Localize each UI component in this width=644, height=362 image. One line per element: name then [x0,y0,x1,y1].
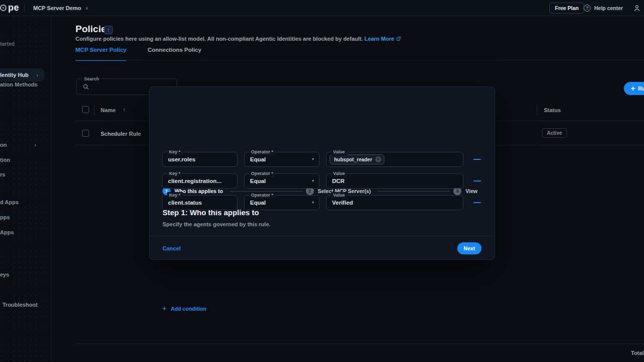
table-footer-border [75,343,644,344]
external-link-icon [396,36,401,42]
remove-condition-button[interactable] [473,195,481,210]
add-rule-button[interactable]: + Rule [624,82,644,95]
minus-icon [473,202,481,204]
key-field-label: Key * [167,149,183,155]
step-3-label: View [465,188,477,194]
project-name: MCP Server Demo [33,5,81,11]
operator-field-label: Operator * [249,192,275,199]
value-chip-label: hubspot_reader [334,157,372,162]
sidebar-item-7[interactable]: pps [0,214,10,220]
caret-down-icon: ▾ [312,178,314,183]
caret-down-icon: ▾ [312,157,314,161]
project-selector[interactable]: MCP Server Demo ∨ [33,0,89,16]
step-subheading: Specify the agents governed by this rule… [163,221,271,227]
sidebar-item-4[interactable]: tion [0,157,10,163]
header-divider [537,105,537,116]
value-field-value: Verified [327,196,463,210]
chevron-right-icon: › [34,142,36,148]
caret-down-icon: ▾ [312,200,314,205]
chevron-down-icon: ∨ [85,6,89,11]
sidebar-item-authentication-methods[interactable]: ation Methods [0,81,38,87]
operator-field-label: Operator * [249,170,275,177]
sidebar-item-label: lentity Hub [0,72,29,78]
row-name-cell[interactable]: Scheduler Rule [101,131,141,137]
tab-bar: MCP Server Policy Connections Policy [75,47,201,61]
value-field-label: Value [331,192,347,199]
sidebar-section-getting-started: tarted [0,41,15,47]
sort-asc-icon[interactable]: ↑ [123,107,126,113]
chip-close-icon[interactable]: × [375,156,381,162]
total-label: Total [631,350,643,356]
topbar: pe MCP Server Demo ∨ Free Plan ? Help ce… [0,0,644,16]
column-header-status: Status [544,107,561,113]
key-field-label: Key * [167,192,183,199]
value-field-value: DCR [327,174,463,188]
remove-condition-button[interactable] [473,173,481,189]
topbar-divider [24,4,25,12]
column-header-name[interactable]: Name [101,107,116,113]
key-field[interactable]: Key * client.registration... [162,173,237,189]
status-badge: Active [542,128,567,138]
search-icon [83,83,90,93]
sidebar-item-8[interactable]: Apps [0,229,14,235]
page-description: Configure policies here using an allow-l… [75,36,401,42]
sidebar-item-9[interactable]: eys [0,272,9,278]
sidebar-item-6[interactable]: d Apps [0,199,19,205]
minus-icon [473,159,481,160]
operator-select[interactable]: Operator * Equal ▾ [244,152,319,167]
remove-condition-button[interactable] [473,152,481,167]
value-field-label: Value [331,170,347,177]
select-all-checkbox[interactable] [82,106,89,113]
tab-mcp-server-policy[interactable]: MCP Server Policy [75,47,126,61]
key-field-label: Key * [167,170,183,177]
sidebar-item-label: on [0,142,7,148]
logo-icon [0,5,7,11]
upgrade-badge-icon[interactable]: ↑ [104,26,113,34]
operator-field-label: Operator * [249,149,275,155]
step-connector [230,191,302,192]
sidebar: tarted lentity Hub › ation Methods on › … [0,16,51,362]
app-window: pe MCP Server Demo ∨ Free Plan ? Help ce… [0,0,644,362]
sidebar-item-connection[interactable]: on › [0,142,7,148]
value-field[interactable]: Value hubspot_reader × [326,152,463,167]
description-text: Configure policies here using an allow-l… [75,36,363,42]
free-plan-button[interactable]: Free Plan [549,3,584,14]
key-field[interactable]: Key * client.status [162,195,237,210]
step-connector [378,191,450,192]
minus-icon [473,180,481,182]
tab-connections-policy[interactable]: Connections Policy [147,47,201,61]
add-rule-label: Rule [638,85,644,92]
row-checkbox[interactable] [82,130,89,137]
rule-wizard-modal: 1 Who this applies to 2 Select MCP Serve… [149,86,495,260]
question-icon: ? [584,5,591,12]
plus-icon: + [631,84,635,93]
operator-select[interactable]: Operator * Equal ▾ [244,195,319,210]
value-field[interactable]: Value DCR [326,173,463,189]
sidebar-item-5[interactable]: rs [0,171,5,177]
sidebar-item-identity-hub[interactable]: lentity Hub › [0,68,44,81]
sidebar-item-troubleshoot[interactable]: Troubleshoot [3,302,38,308]
cancel-button[interactable]: Cancel [163,245,181,251]
operator-select[interactable]: Operator * Equal ▾ [244,173,319,189]
key-field[interactable]: Key * user.roles [162,152,237,167]
help-center-button[interactable]: ? Help center [584,0,623,16]
logo-text: pe [8,3,19,13]
next-button[interactable]: Next [457,242,481,254]
value-field-label: Value [331,149,347,155]
tabs-divider [75,60,644,60]
plus-icon: + [163,305,167,312]
value-field[interactable]: Value Verified [326,195,463,210]
modal-footer: Cancel Next [149,236,495,260]
learn-more-link[interactable]: Learn More [364,36,400,42]
help-center-label: Help center [594,5,623,11]
add-condition-button[interactable]: + Add condition [163,305,206,312]
search-label: Search [82,76,101,82]
header-divider [94,105,95,116]
value-chip: hubspot_reader × [330,154,384,164]
user-icon[interactable] [633,4,641,14]
add-condition-label: Add condition [171,306,207,312]
chevron-right-icon: › [36,72,38,78]
